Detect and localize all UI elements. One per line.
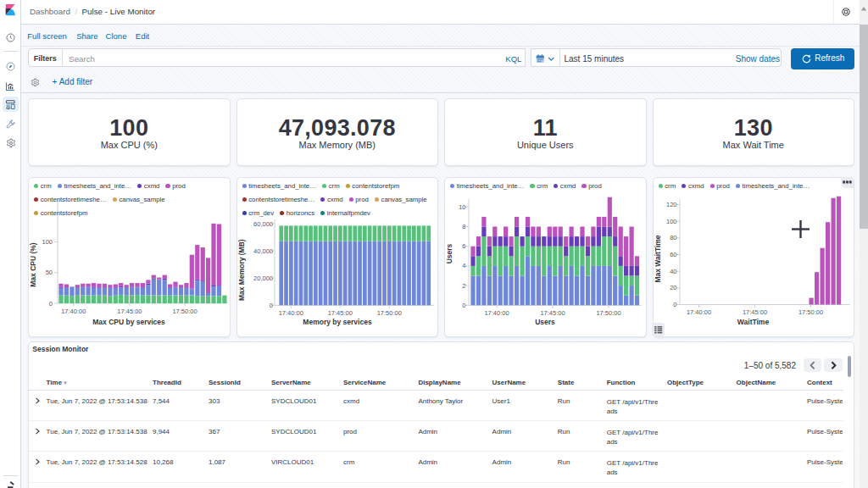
- svg-text:40: 40: [670, 267, 676, 274]
- svg-text:100: 100: [42, 238, 53, 246]
- svg-text:17:40:00: 17:40:00: [278, 308, 303, 316]
- svg-text:Max Memory (MB): Max Memory (MB): [237, 239, 246, 301]
- svg-text:Memory by services: Memory by services: [303, 317, 372, 325]
- svg-text:0: 0: [49, 299, 53, 307]
- svg-text:20: 20: [670, 284, 676, 291]
- svg-text:Users: Users: [445, 243, 453, 263]
- svg-text:17:45:00: 17:45:00: [117, 308, 142, 315]
- svg-text:4: 4: [462, 262, 465, 269]
- svg-text:100: 100: [665, 217, 676, 225]
- svg-text:2: 2: [462, 281, 465, 289]
- svg-text:Max CPU by services: Max CPU by services: [92, 317, 165, 325]
- svg-text:0: 0: [462, 301, 465, 308]
- svg-text:17:45:00: 17:45:00: [540, 308, 565, 316]
- svg-text:80: 80: [670, 234, 676, 241]
- svg-text:17:50:00: 17:50:00: [172, 308, 197, 315]
- svg-text:17:45:00: 17:45:00: [742, 308, 766, 316]
- svg-text:WaitTime: WaitTime: [737, 317, 769, 325]
- svg-text:40,000: 40,000: [253, 247, 273, 254]
- svg-text:17:40:00: 17:40:00: [61, 308, 86, 315]
- svg-text:20,000: 20,000: [253, 274, 273, 281]
- svg-text:10: 10: [459, 202, 465, 210]
- svg-text:17:40:00: 17:40:00: [484, 308, 509, 316]
- svg-text:Users: Users: [535, 317, 555, 325]
- svg-text:17:50:00: 17:50:00: [798, 308, 822, 316]
- svg-text:60: 60: [670, 251, 676, 258]
- svg-text:0: 0: [269, 301, 272, 308]
- svg-text:Max CPU (%): Max CPU (%): [29, 242, 37, 287]
- svg-text:6: 6: [462, 242, 465, 250]
- svg-text:17:45:00: 17:45:00: [327, 308, 352, 316]
- svg-text:17:40:00: 17:40:00: [686, 308, 710, 316]
- svg-text:17:50:00: 17:50:00: [596, 308, 620, 316]
- svg-text:Max WaitTime: Max WaitTime: [654, 235, 662, 282]
- svg-text:8: 8: [462, 223, 465, 230]
- svg-text:17:50:00: 17:50:00: [376, 308, 401, 316]
- svg-text:120: 120: [665, 201, 676, 208]
- svg-text:50: 50: [46, 269, 53, 276]
- svg-text:0: 0: [673, 301, 676, 308]
